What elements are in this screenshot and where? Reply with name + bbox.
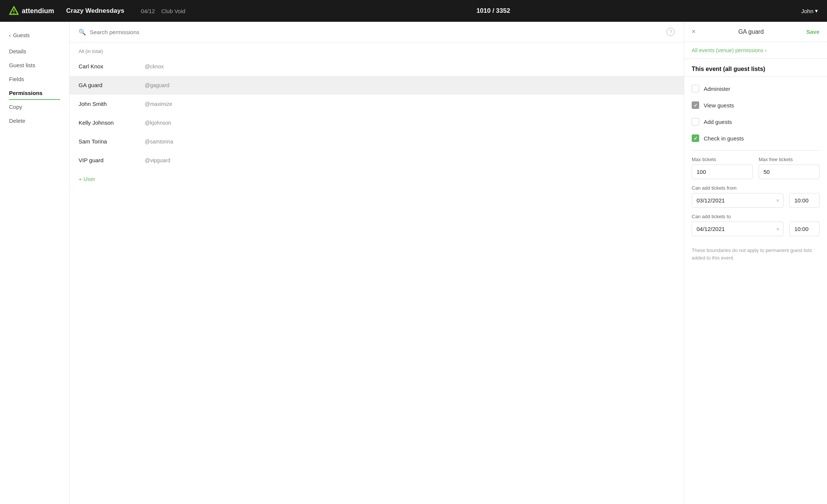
table-row[interactable]: Kelly Johnson @kjohnson (70, 113, 684, 132)
logo: attendium (9, 6, 54, 16)
panel-title: GA guard (699, 29, 803, 35)
user-handle: @cknox (145, 63, 164, 69)
can-add-from-time-field (789, 193, 819, 208)
user-name: Sam Torina (79, 138, 139, 145)
sidebar-item-delete[interactable]: Delete (0, 114, 69, 128)
user-name: VIP guard (79, 157, 139, 163)
chevron-right-icon: › (765, 47, 767, 53)
boundary-note: These boundaries do not apply to permane… (684, 242, 827, 269)
user-handle: @vipguard (145, 157, 170, 163)
table-row[interactable]: VIP guard @vipguard (70, 151, 684, 170)
list-item[interactable]: ✓ Check in guests (692, 130, 819, 146)
all-events-link[interactable]: All events (venue) permissions › (684, 42, 827, 59)
user-handle: @kjohnson (145, 120, 171, 126)
table-row[interactable]: Sam Torina @samtorina (70, 132, 684, 151)
can-add-to-date-field: × (692, 222, 783, 236)
table-row[interactable]: GA guard @gaguard (70, 76, 684, 95)
table-row[interactable]: John Smith @maximize (70, 95, 684, 113)
max-free-tickets-label: Max free tickets (759, 157, 819, 162)
sidebar-item-details[interactable]: Details (0, 44, 69, 58)
checkmark-icon: ✓ (694, 103, 698, 108)
search-bar: 🔍 ? (70, 22, 684, 42)
can-add-to-label: Can add tickets to (692, 214, 819, 219)
sidebar-item-copy[interactable]: Copy (0, 100, 69, 114)
section-title: This event (all guest lists) (684, 59, 827, 77)
date-field: × (692, 222, 783, 236)
administer-label: Administer (704, 86, 730, 92)
can-add-to-time-field (789, 222, 819, 236)
search-icon: 🔍 (79, 29, 86, 36)
user-name: Carl Knox (79, 63, 139, 69)
close-button[interactable]: × (692, 28, 696, 36)
can-add-from-time-input[interactable] (789, 193, 819, 208)
clear-date-button[interactable]: × (772, 195, 783, 207)
clear-date-button[interactable]: × (772, 223, 783, 235)
max-free-tickets-input[interactable] (759, 164, 819, 179)
ticket-count: 1010 / 3352 (476, 7, 510, 15)
right-panel: × GA guard Save All events (venue) permi… (684, 22, 827, 504)
can-add-from-date-input[interactable] (692, 193, 772, 207)
event-meta: 04/12 Club Void (141, 8, 185, 14)
main-content: 🔍 ? All (in total) Carl Knox @cknox GA g… (70, 22, 684, 504)
top-nav: attendium Crazy Wednesdays 04/12 Club Vo… (0, 0, 827, 22)
chevron-down-icon: ▾ (815, 8, 818, 14)
panel-header: × GA guard Save (684, 22, 827, 42)
max-tickets-field: Max tickets (692, 157, 753, 179)
user-handle: @samtorina (145, 139, 173, 145)
add-guests-label: Add guests (704, 119, 732, 125)
chevron-left-icon: ‹ (9, 32, 11, 38)
user-list: Carl Knox @cknox GA guard @gaguard John … (70, 57, 684, 504)
view-guests-label: View guests (704, 102, 734, 109)
logo-icon (9, 6, 19, 16)
logo-text: attendium (22, 7, 54, 15)
tickets-section: Max tickets Max free tickets Can add tic… (684, 151, 827, 236)
sidebar-item-permissions[interactable]: Permissions (0, 86, 69, 100)
view-guests-checkbox[interactable]: ✓ (692, 101, 699, 109)
sidebar-item-guest-lists[interactable]: Guest lists (0, 58, 69, 72)
can-add-to-time-input[interactable] (789, 222, 819, 236)
help-icon[interactable]: ? (666, 28, 675, 36)
max-tickets-input[interactable] (692, 164, 753, 179)
all-label: All (in total) (70, 42, 684, 57)
user-name: Kelly Johnson (79, 119, 139, 126)
permission-list: Administer ✓ View guests Add guests ✓ Ch… (684, 77, 827, 150)
sidebar: ‹ Guests Details Guest lists Fields Perm… (0, 22, 70, 504)
list-item[interactable]: Administer (692, 80, 819, 97)
save-button[interactable]: Save (806, 29, 819, 35)
add-user-button[interactable]: + User (70, 170, 684, 188)
svg-point-2 (14, 13, 15, 14)
list-item[interactable]: Add guests (692, 113, 819, 130)
can-add-to-date-input[interactable] (692, 222, 772, 236)
checkmark-icon: ✓ (694, 136, 698, 141)
add-guests-checkbox[interactable] (692, 118, 699, 125)
check-in-guests-label: Check in guests (704, 135, 744, 142)
user-name: John Smith (79, 101, 139, 107)
user-handle: @maximize (145, 101, 172, 107)
list-item[interactable]: ✓ View guests (692, 97, 819, 113)
max-tickets-label: Max tickets (692, 157, 753, 162)
back-to-guests[interactable]: ‹ Guests (0, 29, 69, 44)
search-input[interactable] (90, 29, 663, 35)
check-in-guests-checkbox[interactable]: ✓ (692, 134, 699, 142)
can-add-from-date-field: × (692, 193, 783, 208)
administer-checkbox[interactable] (692, 85, 699, 92)
max-free-tickets-field: Max free tickets (759, 157, 819, 179)
user-handle: @gaguard (145, 82, 170, 88)
table-row[interactable]: Carl Knox @cknox (70, 57, 684, 76)
user-name: GA guard (79, 82, 139, 88)
event-title: Crazy Wednesdays (66, 7, 124, 15)
sidebar-item-fields[interactable]: Fields (0, 72, 69, 86)
user-menu[interactable]: John ▾ (801, 8, 818, 14)
date-field: × (692, 193, 783, 208)
can-add-from-label: Can add tickets from (692, 185, 819, 191)
